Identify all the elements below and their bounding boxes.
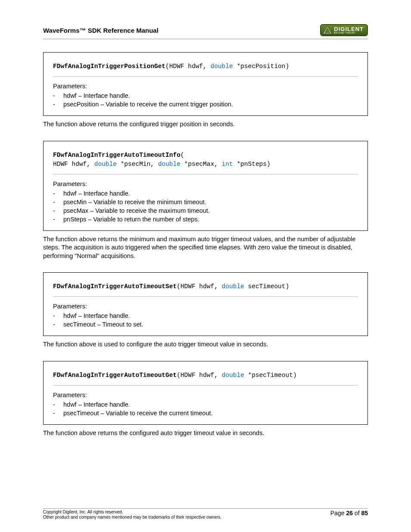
parameter-list: -hdwf – Interface handle.-psecPosition –… xyxy=(53,92,358,108)
dash-icon: - xyxy=(53,410,63,417)
dash-icon: - xyxy=(53,401,63,408)
digilent-logo: DIGILENT BEYOND THEORY xyxy=(320,24,368,36)
function-description: The function above returns the minimum a… xyxy=(43,235,368,261)
dash-icon: - xyxy=(53,101,63,108)
logo-triangle-icon xyxy=(323,26,332,34)
function-signature: FDwfAnalogInTriggerAutoTimeoutSet(HDWF h… xyxy=(53,282,358,291)
parameter-text: secTimeout – Timeout to set. xyxy=(63,321,143,328)
divider xyxy=(53,385,358,386)
dash-icon: - xyxy=(53,321,63,328)
parameter-list: -hdwf – Interface handle.-psecTimeout – … xyxy=(53,401,358,417)
parameter-text: psecPosition – Variable to receive the c… xyxy=(63,101,233,108)
parameter-text: hdwf – Interface handle. xyxy=(63,92,130,99)
parameter-item: -hdwf – Interface handle. xyxy=(53,92,358,99)
divider xyxy=(53,76,358,77)
function-box: FDwfAnalogInTriggerPositionGet(HDWF hdwf… xyxy=(43,52,368,116)
dash-icon: - xyxy=(53,92,63,99)
page-footer: Copyright Digilent, Inc. All rights rese… xyxy=(43,508,368,520)
dash-icon: - xyxy=(53,216,63,223)
function-box: FDwfAnalogInTriggerAutoTimeoutGet(HDWF h… xyxy=(43,361,368,425)
parameter-text: hdwf – Interface handle. xyxy=(63,312,130,319)
function-signature: FDwfAnalogInTriggerAutoTimeoutInfo(HDWF … xyxy=(53,151,358,169)
parameter-item: -hdwf – Interface handle. xyxy=(53,190,358,197)
parameter-item: -secTimeout – Timeout to set. xyxy=(53,321,358,328)
dash-icon: - xyxy=(53,207,63,214)
parameters-label: Parameters: xyxy=(53,303,358,310)
doc-title: WaveForms™ SDK Reference Manual xyxy=(43,27,159,34)
dash-icon: - xyxy=(53,190,63,197)
parameter-text: hdwf – Interface handle. xyxy=(63,190,130,197)
parameters-label: Parameters: xyxy=(53,83,358,90)
dash-icon: - xyxy=(53,199,63,205)
function-description: The function above is used to configure … xyxy=(43,340,368,349)
function-description: The function above returns the configure… xyxy=(43,120,368,129)
parameter-item: -psecMin – Variable to receive the minim… xyxy=(53,199,358,205)
function-description: The function above returns the configure… xyxy=(43,429,368,438)
footer-copyright: Copyright Digilent, Inc. All rights rese… xyxy=(43,510,221,515)
divider xyxy=(53,296,358,297)
parameter-text: pnSteps – Variable to return the number … xyxy=(63,216,199,223)
parameter-item: -psecMax – Variable to receive the maxim… xyxy=(53,207,358,214)
footer-trademark: Other product and company names mentione… xyxy=(43,515,221,520)
page-number: Page 26 of 85 xyxy=(330,510,368,516)
parameter-text: psecMin – Variable to receive the minimu… xyxy=(63,199,206,205)
parameter-item: -psecTimeout – Variable to receive the c… xyxy=(53,410,358,417)
divider xyxy=(53,174,358,174)
parameter-item: -hdwf – Interface handle. xyxy=(53,312,358,319)
function-signature: FDwfAnalogInTriggerPositionGet(HDWF hdwf… xyxy=(53,62,358,71)
parameter-text: psecTimeout – Variable to receive the cu… xyxy=(63,410,213,417)
page-header: WaveForms™ SDK Reference Manual DIGILENT… xyxy=(43,24,368,39)
parameters-label: Parameters: xyxy=(53,392,358,398)
parameter-list: -hdwf – Interface handle.-secTimeout – T… xyxy=(53,312,358,328)
parameter-item: -hdwf – Interface handle. xyxy=(53,401,358,408)
parameter-list: -hdwf – Interface handle.-psecMin – Vari… xyxy=(53,190,358,223)
function-box: FDwfAnalogInTriggerAutoTimeoutSet(HDWF h… xyxy=(43,272,368,336)
parameter-text: hdwf – Interface handle. xyxy=(63,401,130,408)
parameters-label: Parameters: xyxy=(53,180,358,187)
parameter-item: -pnSteps – Variable to return the number… xyxy=(53,216,358,223)
function-signature: FDwfAnalogInTriggerAutoTimeoutGet(HDWF h… xyxy=(53,371,358,380)
parameter-text: psecMax – Variable to receive the maximu… xyxy=(63,207,210,214)
dash-icon: - xyxy=(53,312,63,319)
function-box: FDwfAnalogInTriggerAutoTimeoutInfo(HDWF … xyxy=(43,141,368,231)
parameter-item: -psecPosition – Variable to receive the … xyxy=(53,101,358,108)
